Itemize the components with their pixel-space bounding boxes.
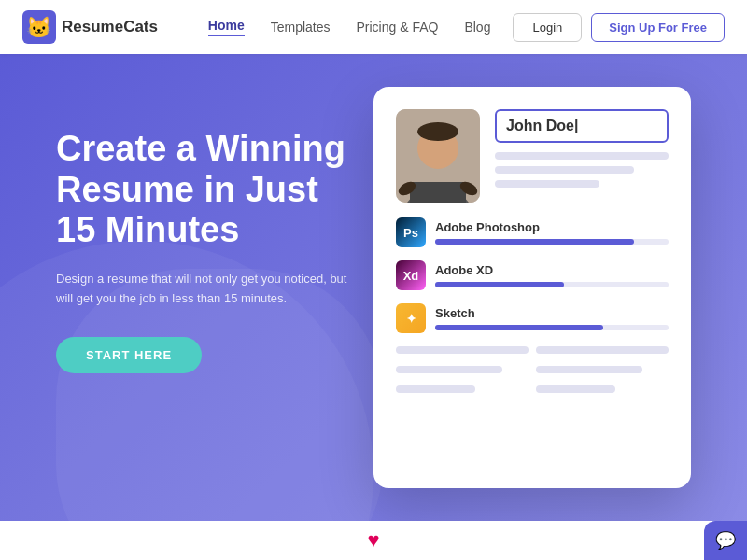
skill-bar-bg-sketch <box>435 325 669 330</box>
chat-bubble-button[interactable]: 💬 <box>704 521 747 560</box>
skill-name-sketch: Sketch <box>435 306 669 320</box>
skill-row-sketch: ✦ Sketch <box>396 303 669 333</box>
svg-point-5 <box>417 122 458 141</box>
skill-name-photoshop: Adobe Photoshop <box>435 220 669 234</box>
footer-line-2 <box>396 366 502 373</box>
name-input[interactable] <box>495 109 669 143</box>
nav-pricing[interactable]: Pricing & FAQ <box>357 20 439 35</box>
footer-line-5 <box>536 366 642 373</box>
photoshop-icon: Ps <box>396 217 426 247</box>
hero-left: Create a Winning Resume in Just 15 Minut… <box>56 129 355 373</box>
skill-name-xd: Adobe XD <box>435 263 669 277</box>
bottom-section: ♥ <box>0 521 747 560</box>
svg-text:🐱: 🐱 <box>26 15 52 40</box>
footer-line-1 <box>396 346 529 354</box>
skill-row-xd: Xd Adobe XD <box>396 260 669 290</box>
skill-info-sketch: Sketch <box>435 306 669 330</box>
signup-button[interactable]: Sign Up For Free <box>591 13 725 42</box>
skill-bar-fill-sketch <box>435 325 603 330</box>
footer-line-3 <box>396 385 475 393</box>
placeholder-line-2 <box>495 166 634 174</box>
navbar: 🐱 ResumeCats Home Templates Pricing & FA… <box>0 0 747 54</box>
footer-lines-right <box>536 346 669 399</box>
resume-card: Ps Adobe Photoshop Xd Adobe XD ✦ Sketch <box>374 87 691 488</box>
footer-line-4 <box>536 346 669 354</box>
skill-bar-bg-photoshop <box>435 239 669 245</box>
profile-info <box>495 109 669 194</box>
skill-bar-bg-xd <box>435 282 669 287</box>
hero-title: Create a Winning Resume in Just 15 Minut… <box>56 129 355 251</box>
logo-text: ResumeCats <box>62 18 158 36</box>
logo[interactable]: 🐱 ResumeCats <box>22 10 158 44</box>
card-footer <box>396 346 669 399</box>
sketch-icon: ✦ <box>396 303 426 333</box>
skill-info-xd: Adobe XD <box>435 263 669 287</box>
footer-lines-left <box>396 346 529 399</box>
nav-blog[interactable]: Blog <box>464 20 490 35</box>
skill-bar-fill-photoshop <box>435 239 634 245</box>
profile-row <box>396 109 669 203</box>
nav-home[interactable]: Home <box>208 18 245 36</box>
svg-rect-6 <box>410 182 466 203</box>
profile-photo <box>396 109 480 203</box>
chat-icon: 💬 <box>715 530 736 551</box>
xd-icon: Xd <box>396 260 426 290</box>
skill-info-photoshop: Adobe Photoshop <box>435 220 669 245</box>
footer-line-6 <box>536 385 615 393</box>
login-button[interactable]: Login <box>513 13 582 42</box>
heart-icon: ♥ <box>367 528 379 553</box>
start-here-button[interactable]: START HERE <box>56 337 202 373</box>
skill-row-photoshop: Ps Adobe Photoshop <box>396 217 669 247</box>
placeholder-line-3 <box>495 180 599 188</box>
placeholder-line-1 <box>495 152 669 160</box>
skill-bar-fill-xd <box>435 282 564 287</box>
nav-templates[interactable]: Templates <box>271 20 331 35</box>
hero-section: Create a Winning Resume in Just 15 Minut… <box>0 54 747 521</box>
nav-links: Home Templates Pricing & FAQ Blog <box>208 18 491 36</box>
hero-subtitle: Design a resume that will not only get y… <box>56 270 355 309</box>
